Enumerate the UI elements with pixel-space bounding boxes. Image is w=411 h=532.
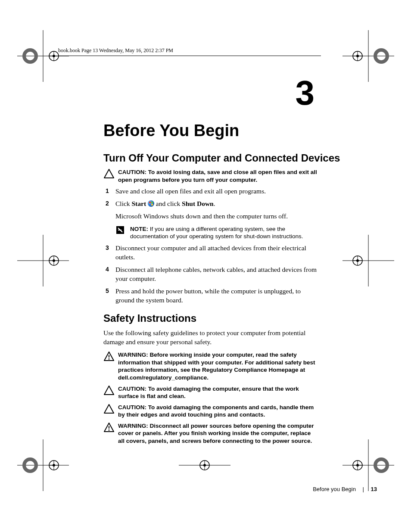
caution-block: CAUTION: To avoid losing data, save and … <box>103 168 319 184</box>
svg-point-28 <box>24 459 36 471</box>
section1-title: Turn Off Your Computer and Connected Dev… <box>103 152 377 164</box>
chapter-title: Before You Begin <box>103 121 377 140</box>
svg-point-4 <box>53 55 55 57</box>
page-content: book.book Page 13 Wednesday, May 16, 201… <box>58 47 377 478</box>
caution-2-text: CAUTION: To avoid damaging the component… <box>118 404 319 419</box>
note-icon <box>115 225 128 237</box>
caution-icon <box>103 404 115 416</box>
svg-point-3 <box>49 51 59 61</box>
footer-page-number: 13 <box>371 486 377 492</box>
page-footer: Before you Begin | 13 <box>162 486 377 492</box>
footer-section: Before you Begin <box>313 486 356 492</box>
warning-icon <box>103 422 115 434</box>
step-4: Disconnect all telephone cables, network… <box>103 265 319 283</box>
caution-text: CAUTION: To avoid losing data, save and … <box>118 168 319 184</box>
footer-divider: | <box>363 486 364 492</box>
chapter-number: 3 <box>58 73 314 113</box>
svg-point-47 <box>109 358 110 360</box>
running-header: book.book Page 13 Wednesday, May 16, 201… <box>58 47 321 56</box>
caution-block-2: CAUTION: To avoid damaging the component… <box>103 404 319 419</box>
section2-title: Safety Instructions <box>103 312 377 324</box>
warning-1-text: WARNING: Before working inside your comp… <box>118 351 319 381</box>
step-2: Click Start and click Shut Down. Microso… <box>103 199 319 240</box>
svg-point-30 <box>53 464 55 467</box>
safety-intro: Use the following safety guidelines to p… <box>103 329 319 347</box>
warning-block-1: WARNING: Before working inside your comp… <box>103 351 319 381</box>
step-3: Disconnect your computer and all attache… <box>103 244 319 262</box>
caution-icon <box>103 168 115 180</box>
step-list: Save and close all open files and exit a… <box>103 187 319 305</box>
caution-1-text: CAUTION: To avoid damaging the computer,… <box>118 385 319 400</box>
caution-block-1: CAUTION: To avoid damaging the computer,… <box>103 385 319 400</box>
note-block: NOTE: If you are using a different opera… <box>115 225 319 240</box>
windows-start-icon <box>148 200 154 207</box>
step-1: Save and close all open files and exit a… <box>103 187 319 196</box>
note-text: NOTE: If you are using a different opera… <box>130 225 319 240</box>
svg-point-2 <box>24 50 36 62</box>
caution-icon <box>103 385 115 397</box>
svg-point-17 <box>53 259 55 262</box>
step-2-continuation: Microsoft Windows shuts down and then th… <box>115 212 319 221</box>
step-5: Press and hold the power button, while t… <box>103 287 319 305</box>
svg-point-40 <box>375 459 387 471</box>
svg-point-49 <box>109 429 110 431</box>
warning-icon <box>103 351 115 363</box>
svg-point-29 <box>49 460 59 470</box>
warning-block-2: WARNING: Disconnect all power sources be… <box>103 422 319 445</box>
svg-point-9 <box>375 50 387 62</box>
warning-2-text: WARNING: Disconnect all power sources be… <box>118 422 319 445</box>
svg-point-16 <box>49 256 59 265</box>
